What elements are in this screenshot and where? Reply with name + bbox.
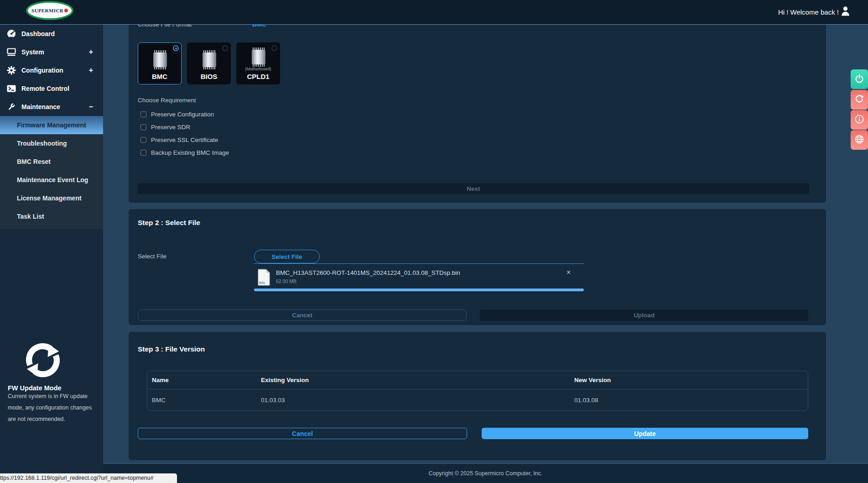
cancel-upload-button[interactable]: Cancel [138, 310, 467, 321]
info-icon [855, 115, 864, 126]
sidebar-item-task-list[interactable]: Task List [0, 207, 103, 226]
monitor-icon [6, 48, 16, 56]
chip-icon [150, 50, 170, 71]
copyright-text: Copyright © 2025 Supermicro Computer, In… [429, 470, 543, 477]
sidebar-item-bmc-reset[interactable]: BMC Reset [0, 152, 103, 171]
info-button[interactable] [851, 110, 868, 130]
upload-button[interactable]: Upload [480, 310, 808, 321]
checkbox-label: Preserve Configuration [151, 111, 214, 118]
step3-title: Step 3 : File Version [138, 345, 205, 353]
expand-plus-icon[interactable]: + [89, 66, 93, 74]
version-table-header: Name Existing Version New Version [147, 371, 808, 389]
file-size: 62.00 MB [276, 278, 296, 284]
globe-button[interactable] [851, 130, 868, 150]
gauge-icon [6, 29, 16, 38]
maintenance-submenu: Firmware Management Troubleshooting BMC … [0, 116, 103, 229]
card-label: BIOS [187, 73, 230, 80]
gear-icon [6, 66, 16, 75]
refresh-button[interactable] [851, 90, 868, 110]
submenu-label: Maintenance Event Log [17, 176, 88, 184]
checkbox-preserve-configuration[interactable]: Preserve Configuration [140, 111, 214, 118]
collapse-minus-icon[interactable]: − [89, 103, 93, 111]
fw-update-line: Current system is in FW update [8, 391, 99, 402]
sidebar-item-system[interactable]: System + [0, 43, 103, 61]
sidebar-item-firmware-management[interactable]: Firmware Management [0, 116, 103, 134]
radio-selected-icon[interactable] [173, 45, 179, 51]
card-sublabel: (Motherboard) [237, 67, 280, 71]
checkbox-label: Preserve SSL Certificate [151, 136, 218, 143]
svg-text:BIN: BIN [259, 281, 265, 285]
checkbox-label: Preserve SDR [151, 124, 190, 131]
submenu-label: License Management [17, 194, 82, 202]
format-card-bios[interactable]: BIOS [187, 42, 231, 84]
fw-update-line: are not recommended. [8, 414, 99, 425]
choose-requirement-label: Choose Requirement [138, 97, 196, 104]
fw-update-mode-text: Current system is in FW update mode, any… [8, 391, 99, 425]
format-card-bmc[interactable]: BMC [138, 42, 182, 84]
choose-file-format-label: Choose File Format [138, 25, 192, 28]
terminal-icon [6, 85, 16, 92]
sidebar: Dashboard System + Configuration + Remot… [0, 25, 103, 483]
power-icon [855, 74, 864, 85]
sidebar-item-label: Dashboard [21, 30, 55, 37]
fw-update-line: mode, any configuration changes [8, 402, 99, 414]
status-url: ttps://192.168.1.119/cgi/url_redirect.cg… [0, 475, 153, 481]
step2-panel: Step 2 : Select File Select File Select … [129, 209, 826, 325]
radio-unselected-icon[interactable] [222, 45, 228, 51]
footer: Copyright © 2025 Supermicro Computer, In… [103, 463, 868, 483]
selected-format-link[interactable]: BMC [252, 25, 266, 28]
step1-panel: Choose File Format BMC BMC BIOS (Motherb… [129, 25, 826, 203]
cell-new-version: 01.03.08 [574, 397, 808, 404]
select-file-button[interactable]: Select File [254, 250, 320, 263]
checkbox-backup-existing-bmc-image[interactable]: Backup Existing BMC Image [140, 149, 229, 156]
submenu-label: Firmware Management [17, 121, 86, 129]
next-button[interactable]: Next [138, 183, 809, 194]
file-input-underline [254, 263, 584, 264]
update-button[interactable]: Update [482, 428, 808, 439]
submenu-label: BMC Reset [17, 158, 51, 165]
sidebar-item-configuration[interactable]: Configuration + [0, 61, 103, 79]
sidebar-item-maintenance[interactable]: Maintenance − [0, 98, 103, 116]
sidebar-item-remote-control[interactable]: Remote Control [0, 79, 103, 98]
checkbox-icon[interactable] [140, 124, 146, 130]
header-existing-version: Existing Version [261, 377, 574, 383]
cell-existing-version: 01.03.03 [261, 397, 574, 404]
checkbox-icon[interactable] [140, 137, 146, 143]
supermicro-logo[interactable]: SUPERMICR [26, 1, 73, 20]
checkbox-preserve-ssl-certificate[interactable]: Preserve SSL Certificate [140, 136, 218, 143]
checkbox-label: Backup Existing BMC Image [151, 149, 229, 156]
bin-file-icon: BIN [258, 269, 270, 288]
sidebar-item-label: Maintenance [21, 103, 60, 110]
checkbox-icon[interactable] [140, 111, 146, 117]
sidebar-item-maintenance-event-log[interactable]: Maintenance Event Log [0, 171, 103, 189]
sidebar-item-label: System [21, 48, 44, 56]
remove-file-icon[interactable]: × [567, 268, 571, 277]
format-card-cpld1[interactable]: (Motherboard) CPLD1 [236, 42, 280, 84]
cell-name: BMC [147, 397, 261, 404]
chip-icon [199, 50, 219, 71]
expand-plus-icon[interactable]: + [89, 48, 93, 56]
submenu-label: Troubleshooting [17, 140, 67, 147]
checkbox-preserve-sdr[interactable]: Preserve SDR [140, 124, 190, 131]
table-row: BMC 01.03.03 01.03.08 [147, 389, 808, 410]
version-table: Name Existing Version New Version BMC 01… [147, 371, 808, 411]
sidebar-item-label: Remote Control [21, 85, 69, 92]
welcome-text: Hi ! Welcome back ! [778, 8, 839, 16]
sidebar-item-dashboard[interactable]: Dashboard [0, 25, 103, 43]
browser-status-bar: ttps://192.168.1.119/cgi/url_redirect.cg… [0, 473, 177, 483]
sidebar-item-license-management[interactable]: License Management [0, 189, 103, 207]
step2-title: Step 2 : Select File [138, 219, 200, 227]
radio-unselected-icon[interactable] [271, 45, 277, 51]
checkbox-icon[interactable] [140, 150, 146, 156]
card-label: BMC [138, 73, 181, 80]
submenu-label: Task List [17, 213, 44, 220]
power-button[interactable] [851, 69, 868, 89]
chip-icon [249, 47, 269, 68]
user-icon[interactable] [841, 6, 850, 18]
cancel-update-button[interactable]: Cancel [138, 428, 467, 439]
file-name: BMC_H13AST2600-ROT-1401MS_20241224_01.03… [276, 269, 460, 276]
header-new-version: New Version [574, 377, 808, 383]
sidebar-item-troubleshooting[interactable]: Troubleshooting [0, 134, 103, 152]
refresh-icon [855, 94, 864, 105]
logo-red-dot-icon [64, 9, 68, 12]
